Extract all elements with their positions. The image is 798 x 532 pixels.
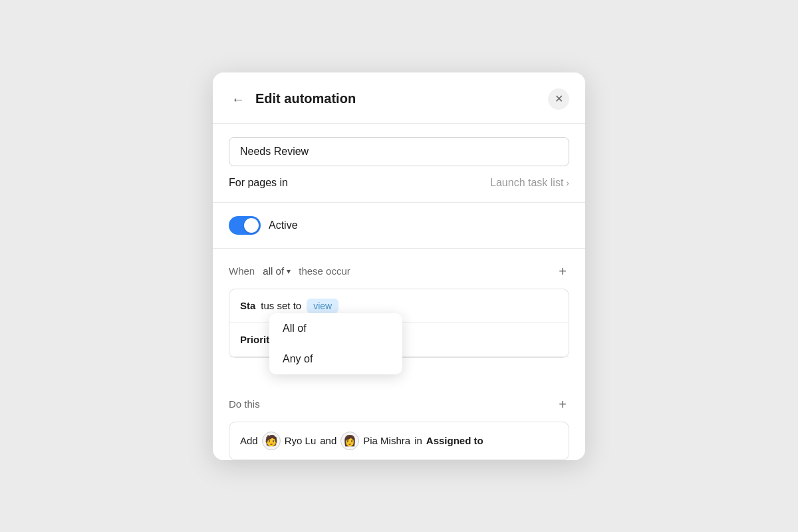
dropdown-item-any-of[interactable]: Any of [269, 344, 402, 374]
all-any-dropdown: All of Any of [269, 313, 402, 374]
pages-label: For pages in [229, 177, 288, 189]
active-label: Active [269, 219, 298, 231]
avatar-pia: 👩 [340, 432, 359, 450]
when-row: When all of ▾ these occur + [229, 262, 569, 281]
action-target: Assigned to [426, 433, 483, 449]
conditions-section: When all of ▾ these occur + Sta tus set … [213, 249, 585, 384]
add-action-button[interactable]: + [556, 395, 569, 414]
do-this-row: Do this + [229, 395, 569, 414]
when-prefix: When [229, 265, 255, 277]
dropdown-arrow-icon: ▾ [287, 267, 291, 276]
action-box: Add 🧑 Ryo Lu and 👩 Pia Mishra in Assigne… [229, 422, 569, 460]
back-button[interactable]: ← [229, 90, 247, 108]
status-badge[interactable]: view [307, 299, 338, 313]
avatar-ryo: 🧑 [262, 432, 281, 450]
add-condition-button[interactable]: + [556, 262, 569, 281]
toggle-knob [244, 218, 259, 233]
automation-name-input[interactable] [229, 137, 569, 166]
when-dropdown-trigger[interactable]: all of ▾ [263, 265, 291, 277]
do-this-section: Do this + Add 🧑 Ryo Lu and 👩 Pia Mishra … [213, 384, 585, 460]
conditions-list: Sta tus set to view Priority set to High… [229, 289, 569, 358]
action-name2: Pia Mishra [363, 433, 410, 449]
action-connector: and [320, 433, 336, 449]
dropdown-item-all-of[interactable]: All of [269, 313, 402, 344]
edit-automation-modal: ← Edit automation ✕ For pages in Launch … [213, 72, 585, 460]
action-suffix: in [414, 433, 422, 449]
name-pages-section: For pages in Launch task list › [213, 124, 585, 203]
active-section: Active [213, 203, 585, 249]
do-this-label: Do this [229, 398, 260, 410]
active-row: Active [229, 216, 569, 235]
condition-status-text: tus set to [261, 300, 301, 311]
action-name1: Ryo Lu [285, 433, 317, 449]
condition-status-label: Sta [240, 300, 255, 311]
pages-value-text: Launch task list [490, 177, 563, 189]
chevron-right-icon: › [566, 178, 569, 188]
pages-value-link[interactable]: Launch task list › [490, 177, 569, 189]
when-suffix: these occur [299, 265, 350, 277]
active-toggle[interactable] [229, 216, 261, 235]
when-text: When all of ▾ these occur [229, 265, 350, 277]
when-selected: all of [263, 265, 284, 277]
modal-title: Edit automation [255, 91, 548, 106]
action-prefix: Add [240, 433, 258, 449]
pages-row: For pages in Launch task list › [229, 177, 569, 189]
close-button[interactable]: ✕ [548, 88, 569, 110]
modal-header: ← Edit automation ✕ [213, 72, 585, 124]
